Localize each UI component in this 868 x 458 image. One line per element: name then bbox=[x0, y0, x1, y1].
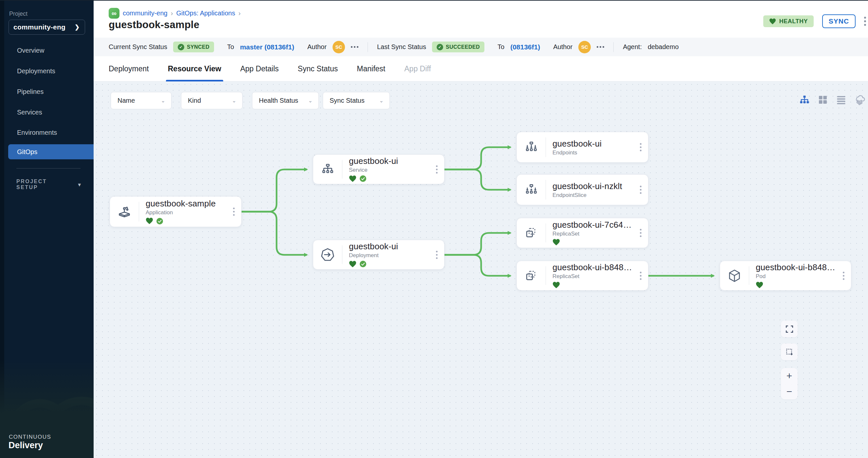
node-body: guestbook-ui Service bbox=[342, 156, 444, 183]
succeeded-badge-label: SUCCEEDED bbox=[446, 44, 480, 50]
resource-kind: Application bbox=[146, 209, 241, 216]
sidebar-item-services[interactable]: Services bbox=[0, 105, 94, 120]
to-label: To bbox=[227, 43, 234, 51]
sidebar-divider bbox=[17, 168, 81, 168]
kebab-menu-icon[interactable] bbox=[639, 141, 643, 154]
author-avatar[interactable]: SC bbox=[578, 41, 591, 53]
health-status-badge[interactable]: HEALTHY bbox=[763, 15, 814, 27]
page-title: guestbook-sample bbox=[108, 19, 199, 31]
node-body: guestbook-ui Deployment bbox=[342, 241, 444, 268]
sidebar-item-deployments[interactable]: Deployments bbox=[0, 63, 94, 78]
tree-view-icon[interactable] bbox=[799, 94, 810, 106]
sidebar-item-pipelines[interactable]: Pipelines bbox=[0, 84, 94, 99]
healthy-heart-icon bbox=[553, 239, 560, 246]
zoom-in-button[interactable]: + bbox=[781, 371, 798, 381]
project-setup-toggle[interactable]: PROJECT SETUP ▼ bbox=[17, 178, 82, 190]
node-endpoints-guestbook-ui[interactable]: guestbook-ui Endpoints bbox=[517, 132, 648, 163]
resource-kind: Service bbox=[349, 167, 444, 173]
node-badges bbox=[146, 217, 241, 225]
breadcrumb-project-link[interactable]: community-eng bbox=[123, 9, 167, 17]
list-view-icon[interactable] bbox=[835, 94, 847, 106]
tab-resource-view[interactable]: Resource View bbox=[168, 56, 221, 81]
resource-graph-canvas[interactable]: Name⌄ Kind⌄ Health Status⌄ Sync Status⌄ bbox=[94, 81, 868, 458]
kebab-menu-icon[interactable] bbox=[435, 249, 439, 261]
resource-name: guestbook-ui bbox=[349, 241, 431, 252]
window-top-edge bbox=[0, 0, 868, 1]
sidebar-item-gitops[interactable]: GitOps bbox=[8, 144, 94, 159]
header-kebab-menu-icon[interactable] bbox=[864, 15, 866, 27]
kebab-menu-icon[interactable] bbox=[841, 269, 846, 282]
page-header: ∞ community-eng › GitOps: Applications ›… bbox=[94, 0, 868, 38]
check-circle-icon: ✓ bbox=[178, 44, 184, 51]
marquee-select-button[interactable] bbox=[781, 344, 798, 360]
gitops-icon: ∞ bbox=[108, 8, 120, 19]
kebab-menu-icon[interactable] bbox=[639, 184, 643, 196]
project-selector[interactable]: community-eng ❯ bbox=[8, 20, 85, 35]
author-more-icon[interactable] bbox=[597, 46, 604, 48]
node-badges bbox=[553, 238, 648, 246]
sidebar-item-label: Deployments bbox=[17, 67, 55, 75]
node-replicaset-guestbook-ui-7c64987dc9[interactable]: guestbook-ui-7c64987dc9 ReplicaSet bbox=[517, 218, 648, 248]
node-replicaset-guestbook-ui-b848d5d9d[interactable]: guestbook-ui-b848d5d9d ReplicaSet bbox=[517, 261, 648, 291]
sync-button[interactable]: SYNC bbox=[822, 14, 856, 28]
node-badges bbox=[553, 281, 648, 289]
resource-name: guestbook-sample bbox=[146, 199, 227, 209]
fit-view-button[interactable] bbox=[781, 321, 798, 337]
sidebar-item-environments[interactable]: Environments bbox=[0, 125, 94, 140]
kebab-menu-icon[interactable] bbox=[639, 269, 643, 282]
current-sync-status-label: Current Sync Status bbox=[108, 43, 167, 51]
synced-check-icon bbox=[360, 175, 367, 182]
kebab-menu-icon[interactable] bbox=[232, 206, 236, 218]
zoom-out-button[interactable]: − bbox=[781, 387, 798, 396]
grid-view-icon[interactable] bbox=[817, 94, 829, 106]
synced-check-icon bbox=[360, 260, 367, 268]
chevron-down-icon: ▼ bbox=[77, 182, 82, 188]
last-sync-target-link[interactable]: (08136f1) bbox=[510, 43, 540, 51]
breadcrumb-applications-link[interactable]: GitOps: Applications bbox=[176, 9, 235, 17]
project-sidebar: Project community-eng ❯ Overview Deploym… bbox=[0, 0, 94, 458]
healthy-heart-icon bbox=[146, 218, 153, 224]
project-name: community-eng bbox=[13, 23, 65, 31]
replicaset-icon bbox=[517, 226, 546, 240]
author-avatar[interactable]: SC bbox=[333, 41, 345, 53]
tab-sync-status[interactable]: Sync Status bbox=[298, 56, 338, 81]
tab-app-diff[interactable]: App Diff bbox=[404, 56, 431, 81]
view-toggle-group bbox=[799, 94, 865, 106]
tab-bar: Deployment Resource View App Details Syn… bbox=[94, 56, 868, 81]
resource-name: guestbook-ui-b848d5d9... bbox=[756, 262, 838, 272]
chevron-down-icon: ⌄ bbox=[379, 97, 383, 104]
logo-continuous: CONTINUOUS bbox=[9, 434, 51, 440]
tab-manifest[interactable]: Manifest bbox=[357, 56, 385, 81]
sidebar-item-label: Pipelines bbox=[17, 88, 43, 96]
heart-icon bbox=[769, 18, 776, 25]
node-service-guestbook-ui[interactable]: guestbook-ui Service bbox=[313, 155, 444, 184]
author-more-icon[interactable] bbox=[351, 46, 359, 48]
filter-kind[interactable]: Kind⌄ bbox=[181, 92, 243, 109]
author-label: Author bbox=[307, 43, 327, 51]
filter-name[interactable]: Name⌄ bbox=[111, 92, 172, 109]
kebab-menu-icon[interactable] bbox=[435, 163, 439, 175]
sidebar-item-label: GitOps bbox=[17, 148, 37, 156]
project-setup-label: PROJECT SETUP bbox=[17, 178, 69, 190]
check-circle-icon: ✓ bbox=[437, 44, 443, 51]
marquee-selection-icon bbox=[785, 348, 794, 356]
resource-kind: Pod bbox=[756, 273, 851, 280]
current-sync-target-link[interactable]: master (08136f1) bbox=[240, 43, 294, 51]
node-body: guestbook-ui-7c64987dc9 ReplicaSet bbox=[546, 220, 648, 246]
node-application-guestbook-sample[interactable]: guestbook-sample Application bbox=[110, 196, 242, 227]
tab-deployment[interactable]: Deployment bbox=[108, 56, 149, 81]
sync-status-bar: Current Sync Status ✓ SYNCED To master (… bbox=[94, 38, 868, 56]
filter-sync-status[interactable]: Sync Status⌄ bbox=[323, 92, 390, 109]
kebab-menu-icon[interactable] bbox=[639, 227, 643, 239]
node-endpointslice-guestbook-ui-nzklt[interactable]: guestbook-ui-nzklt EndpointSlice bbox=[517, 174, 648, 205]
sidebar-item-overview[interactable]: Overview bbox=[0, 43, 94, 58]
pod-icon bbox=[720, 269, 749, 283]
node-body: guestbook-sample Application bbox=[139, 199, 241, 225]
tab-app-details[interactable]: App Details bbox=[240, 56, 279, 81]
cluster-view-icon[interactable] bbox=[854, 94, 865, 106]
resource-name: guestbook-ui-7c64987dc9 bbox=[553, 220, 634, 230]
node-pod-guestbook-ui-b848d5d9[interactable]: guestbook-ui-b848d5d9... Pod bbox=[720, 261, 851, 291]
filter-health-status[interactable]: Health Status⌄ bbox=[252, 92, 319, 109]
resource-name: guestbook-ui-b848d5d9d bbox=[553, 262, 634, 272]
node-deployment-guestbook-ui[interactable]: guestbook-ui Deployment bbox=[313, 240, 444, 269]
